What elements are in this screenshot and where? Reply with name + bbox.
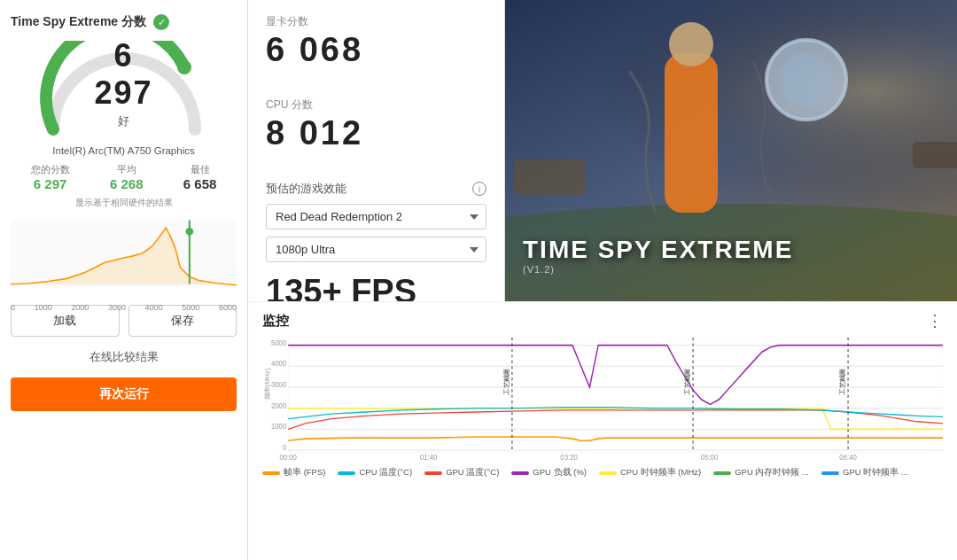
- mini-chart: 0 1000 2000 3000 4000 5000 6000: [11, 218, 237, 298]
- game-select[interactable]: Red Dead Redemption 2 Cyberpunk 2077 For…: [266, 204, 486, 229]
- svg-rect-13: [913, 142, 957, 168]
- info-icon[interactable]: i: [472, 182, 486, 196]
- gpu-score-label: 显卡分数: [266, 14, 486, 29]
- svg-text:工艺截圖: 工艺截圖: [503, 369, 510, 394]
- fps-legend-label: 帧率 (FPS): [284, 467, 325, 478]
- svg-rect-12: [514, 159, 585, 195]
- monitoring-header: 监控 ⋮: [262, 311, 943, 331]
- monitoring-chart: .tick { stroke: #ccc; stroke-width: 0.5;…: [262, 338, 943, 462]
- svg-text:4000: 4000: [271, 360, 287, 368]
- top-right: 显卡分数 6 068 CPU 分数 8 012 预估的游戏效能 i Red De…: [248, 0, 957, 301]
- scores-row: 您的分数 6 297 平均 6 268 最佳 6 658: [11, 163, 237, 191]
- legend-gpu-mem: GPU 内存时钟频 ...: [713, 467, 809, 478]
- avg-label: 平均: [117, 163, 136, 176]
- gpu-mem-legend-dot: [713, 471, 731, 475]
- cpu-score-label: CPU 分数: [266, 97, 486, 113]
- game-title-overlay: TIME SPY EXTREME (V1.2): [523, 236, 939, 275]
- check-icon: ✓: [153, 14, 169, 30]
- cpu-temp-legend-dot: [338, 471, 355, 475]
- chart-x-labels: 0 1000 2000 3000 4000 5000 6000: [11, 303, 237, 312]
- best-label: 最佳: [191, 163, 210, 176]
- svg-point-11: [780, 53, 833, 106]
- game-perf-header: 预估的游戏效能 i: [266, 181, 486, 197]
- monitoring-section: 监控 ⋮ .tick { stroke: #ccc; stroke-width:…: [248, 301, 957, 560]
- gpu-score-value: 6 068: [266, 31, 486, 69]
- gpu-score-block: 显卡分数 6 068: [266, 14, 486, 69]
- gpu-name: Intel(R) Arc(TM) A750 Graphics: [52, 145, 194, 156]
- game-background: TIME SPY EXTREME (V1.2): [505, 0, 957, 301]
- compare-button[interactable]: 在线比较结果: [11, 342, 237, 372]
- monitoring-title: 监控: [262, 313, 289, 330]
- main-score: 6 297: [80, 37, 168, 112]
- legend-cpu-clock: CPU 时钟频率 (MHz): [599, 467, 701, 478]
- benchmark-title: Time Spy Extreme 分数: [11, 14, 146, 30]
- best-value: 6 658: [183, 176, 217, 191]
- left-panel: Time Spy Extreme 分数 ✓ 6 297 好 Intel(R) A…: [0, 0, 248, 560]
- left-header: Time Spy Extreme 分数 ✓: [11, 14, 237, 30]
- gpu-mem-legend-label: GPU 内存时钟频 ...: [735, 467, 809, 478]
- gpu-temp-legend-label: GPU 温度(°C): [446, 467, 499, 478]
- legend-cpu-temp: CPU 温度(°C): [338, 467, 412, 478]
- cpu-score-block: CPU 分数 8 012: [266, 97, 486, 152]
- your-score-value: 6 297: [34, 176, 67, 191]
- best-score-item: 最佳 6 658: [183, 163, 217, 191]
- game-perf-title: 预估的游戏效能: [266, 181, 346, 197]
- svg-point-3: [186, 228, 194, 236]
- your-score-label: 您的分数: [31, 163, 70, 176]
- gpu-load-legend-label: GPU 负载 (%): [533, 467, 587, 478]
- svg-text:工艺截圖: 工艺截圖: [839, 369, 846, 394]
- gpu-temp-legend-dot: [424, 471, 442, 475]
- monitoring-svg: .tick { stroke: #ccc; stroke-width: 0.5;…: [262, 338, 943, 462]
- run-again-button[interactable]: 再次运行: [11, 377, 237, 411]
- svg-text:01:40: 01:40: [420, 453, 438, 461]
- gpu-clock-legend-dot: [821, 471, 839, 475]
- avg-value: 6 268: [110, 176, 144, 191]
- your-score-item: 您的分数 6 297: [31, 163, 70, 191]
- cpu-clock-legend-label: CPU 时钟频率 (MHz): [620, 467, 701, 478]
- svg-text:3000: 3000: [271, 381, 287, 389]
- svg-point-0: [177, 60, 191, 74]
- distribution-chart-svg: [11, 218, 237, 298]
- legend-row: 帧率 (FPS) CPU 温度(°C) GPU 温度(°C) GPU 负载 (%…: [262, 467, 943, 478]
- game-image-panel: TIME SPY EXTREME (V1.2): [505, 0, 957, 301]
- svg-text:频率(MHz): 频率(MHz): [264, 369, 271, 400]
- game-overlay-title: TIME SPY EXTREME: [523, 236, 939, 264]
- legend-fps: 帧率 (FPS): [262, 467, 325, 478]
- score-label: 好: [80, 113, 168, 129]
- gauge-score: 6 297 好: [80, 37, 168, 129]
- svg-text:06:40: 06:40: [839, 453, 857, 461]
- chart-hint: 显示基于相同硬件的结果: [75, 197, 173, 209]
- svg-text:5000: 5000: [271, 338, 287, 346]
- main-container: Time Spy Extreme 分数 ✓ 6 297 好 Intel(R) A…: [0, 0, 957, 560]
- svg-text:0: 0: [283, 444, 287, 452]
- svg-point-9: [669, 22, 713, 66]
- legend-gpu-clock: GPU 时钟频率 ...: [821, 467, 908, 478]
- cpu-clock-legend-dot: [599, 471, 617, 475]
- fps-legend-dot: [262, 471, 280, 475]
- cpu-score-value: 8 012: [266, 114, 486, 152]
- svg-text:03:20: 03:20: [560, 453, 578, 461]
- gauge-container: 6 297 好: [35, 41, 213, 138]
- legend-gpu-temp: GPU 温度(°C): [424, 467, 499, 478]
- more-icon[interactable]: ⋮: [927, 311, 943, 331]
- svg-text:2000: 2000: [271, 401, 287, 409]
- svg-rect-8: [665, 53, 718, 213]
- svg-text:1000: 1000: [271, 423, 287, 431]
- gpu-load-legend-dot: [511, 471, 529, 475]
- cpu-temp-legend-label: CPU 温度(°C): [359, 467, 412, 478]
- quality-select[interactable]: 1080p Ultra 1440p Ultra 4K Ultra: [266, 237, 486, 262]
- scores-panel: 显卡分数 6 068 CPU 分数 8 012 预估的游戏效能 i Red De…: [248, 0, 505, 301]
- svg-text:05:00: 05:00: [701, 453, 719, 461]
- svg-text:00:00: 00:00: [279, 453, 297, 461]
- game-version: (V1.2): [523, 264, 939, 275]
- svg-text:工艺截圖: 工艺截圖: [685, 369, 692, 394]
- avg-score-item: 平均 6 268: [110, 163, 144, 191]
- right-panel: 显卡分数 6 068 CPU 分数 8 012 预估的游戏效能 i Red De…: [248, 0, 957, 560]
- gpu-clock-legend-label: GPU 时钟频率 ...: [843, 467, 908, 478]
- legend-gpu-load: GPU 负载 (%): [511, 467, 587, 478]
